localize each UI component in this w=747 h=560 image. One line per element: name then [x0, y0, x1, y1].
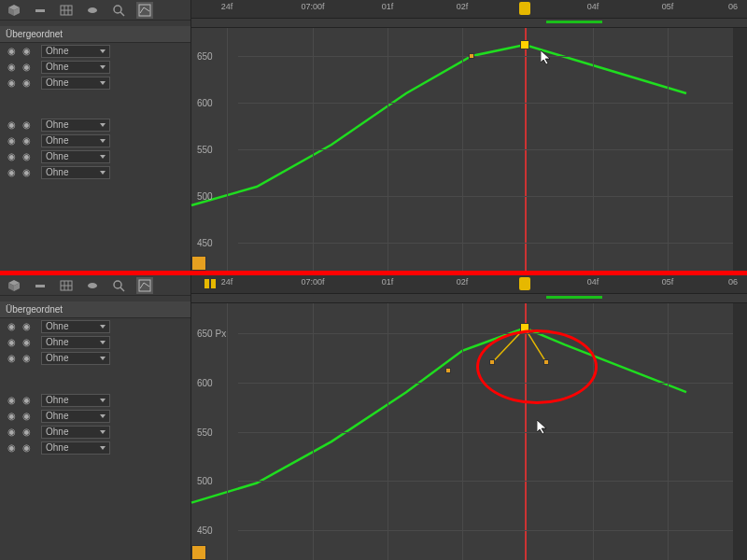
playhead-marker[interactable] — [519, 2, 530, 15]
graph-canvas-top[interactable]: 650600550500450 — [191, 28, 733, 271]
chevron-down-icon — [100, 414, 106, 418]
inpoint-markers[interactable] — [204, 279, 221, 288]
parent-dropdown[interactable]: Ohne — [41, 61, 110, 74]
chevron-down-icon — [100, 123, 106, 127]
svg-point-8 — [88, 7, 97, 13]
gridline-v — [227, 303, 228, 560]
cube-icon[interactable] — [6, 277, 22, 294]
gridline-v — [227, 28, 228, 271]
visibility-icon[interactable]: ◉ — [4, 337, 19, 347]
visibility-icon[interactable]: ◉ — [19, 427, 34, 437]
search-icon[interactable] — [110, 277, 127, 294]
visibility-icon[interactable]: ◉ — [19, 151, 34, 161]
property-row: ◉ ◉ Ohne — [0, 440, 190, 455]
visibility-icon[interactable]: ◉ — [4, 427, 19, 437]
parent-dropdown[interactable]: Ohne — [41, 426, 110, 439]
property-row: ◉ ◉ Ohne — [0, 133, 190, 148]
keyframe[interactable] — [469, 53, 474, 59]
visibility-icon[interactable]: ◉ — [4, 395, 19, 405]
visibility-icon[interactable]: ◉ — [19, 77, 34, 88]
visibility-icon[interactable]: ◉ — [19, 167, 34, 177]
keyframe[interactable] — [445, 368, 451, 373]
svg-point-20 — [88, 283, 97, 288]
blur-icon[interactable] — [32, 2, 49, 19]
visibility-icon[interactable]: ◉ — [4, 135, 19, 146]
toolbar — [0, 0, 190, 21]
visibility-icon[interactable]: ◉ — [19, 46, 34, 56]
playhead-marker[interactable] — [519, 277, 530, 290]
graph-editor-icon[interactable] — [136, 277, 153, 294]
chevron-down-icon — [100, 325, 106, 329]
dropdown-label: Ohne — [46, 119, 68, 130]
oval-icon[interactable] — [84, 277, 101, 294]
dropdown-label: Ohne — [46, 46, 68, 56]
y-axis-label: 650 Px — [197, 328, 226, 338]
visibility-icon[interactable]: ◉ — [19, 135, 34, 146]
svg-line-10 — [120, 12, 124, 16]
parent-dropdown[interactable]: Ohne — [41, 45, 110, 58]
visibility-icon[interactable]: ◉ — [4, 46, 19, 56]
y-axis-label: 600 — [197, 377, 213, 387]
search-icon[interactable] — [110, 2, 127, 19]
parent-dropdown[interactable]: Ohne — [41, 166, 110, 179]
work-area-range[interactable] — [546, 21, 602, 23]
curve[interactable] — [191, 328, 686, 502]
visibility-icon[interactable]: ◉ — [19, 119, 34, 130]
parent-dropdown[interactable]: Ohne — [41, 352, 110, 365]
visibility-icon[interactable]: ◉ — [4, 353, 19, 363]
visibility-icon[interactable]: ◉ — [4, 411, 19, 421]
graph-editor-icon[interactable] — [136, 2, 153, 19]
parent-dropdown[interactable]: Ohne — [41, 150, 110, 163]
visibility-icon[interactable]: ◉ — [19, 337, 34, 347]
blur-icon[interactable] — [32, 277, 49, 294]
grid-icon[interactable] — [58, 277, 75, 294]
time-ruler[interactable]: 24f07:00f01f02f04f05f06 — [191, 0, 747, 19]
visibility-icon[interactable]: ◉ — [19, 353, 34, 363]
oval-icon[interactable] — [84, 2, 101, 19]
parent-dropdown[interactable]: Ohne — [41, 134, 110, 147]
work-area-bar[interactable] — [191, 294, 747, 303]
keyframe-selected[interactable] — [520, 40, 529, 49]
zoom-handle[interactable] — [191, 545, 206, 560]
visibility-icon[interactable]: ◉ — [19, 62, 34, 72]
scrollbar-vertical[interactable] — [733, 303, 747, 560]
bezier-handle[interactable] — [543, 359, 549, 365]
gridline-v — [668, 28, 669, 271]
dropdown-label: Ohne — [46, 167, 68, 177]
parent-dropdown[interactable]: Ohne — [41, 410, 110, 423]
y-axis-label: 600 — [197, 98, 213, 108]
visibility-icon[interactable]: ◉ — [4, 151, 19, 161]
visibility-icon[interactable]: ◉ — [19, 442, 34, 453]
scrollbar-vertical[interactable] — [733, 28, 747, 271]
parent-dropdown[interactable]: Ohne — [41, 119, 110, 132]
cube-icon[interactable] — [6, 2, 22, 19]
zoom-handle[interactable] — [191, 256, 206, 271]
visibility-icon[interactable]: ◉ — [4, 77, 19, 88]
work-area-bar[interactable] — [191, 19, 747, 28]
parent-dropdown[interactable]: Ohne — [41, 336, 110, 349]
time-ruler[interactable]: 24f07:00f01f02f04f05f06 — [191, 275, 747, 294]
bezier-handle[interactable] — [489, 359, 495, 365]
parent-dropdown[interactable]: Ohne — [41, 320, 110, 333]
keyframe-selected[interactable] — [520, 323, 529, 332]
parent-dropdown[interactable]: Ohne — [41, 77, 110, 90]
visibility-icon[interactable]: ◉ — [19, 395, 34, 405]
graph-canvas-bottom[interactable]: 650 Px600550500450 — [191, 303, 733, 560]
parent-dropdown[interactable]: Ohne — [41, 394, 110, 407]
graph-area[interactable]: 24f07:00f01f02f04f05f06 650 Px6005505004… — [191, 275, 747, 560]
visibility-icon[interactable]: ◉ — [4, 321, 19, 331]
visibility-icon[interactable]: ◉ — [19, 411, 34, 421]
time-tick: 04f — [587, 2, 599, 11]
visibility-icon[interactable]: ◉ — [19, 321, 34, 331]
visibility-icon[interactable]: ◉ — [4, 62, 19, 72]
visibility-icon[interactable]: ◉ — [4, 167, 19, 177]
visibility-icon[interactable]: ◉ — [4, 119, 19, 130]
left-column: Übergeordnet ◉ ◉ Ohne ◉ ◉ Ohne ◉ ◉ Ohne … — [0, 275, 191, 560]
curve[interactable] — [191, 45, 686, 205]
work-area-range[interactable] — [546, 296, 602, 299]
parent-dropdown[interactable]: Ohne — [41, 441, 110, 455]
grid-icon[interactable] — [58, 2, 75, 19]
graph-area[interactable]: 24f07:00f01f02f04f05f06 650600550500450 — [191, 0, 747, 271]
visibility-icon[interactable]: ◉ — [4, 442, 19, 453]
y-axis-label: 450 — [197, 238, 213, 248]
